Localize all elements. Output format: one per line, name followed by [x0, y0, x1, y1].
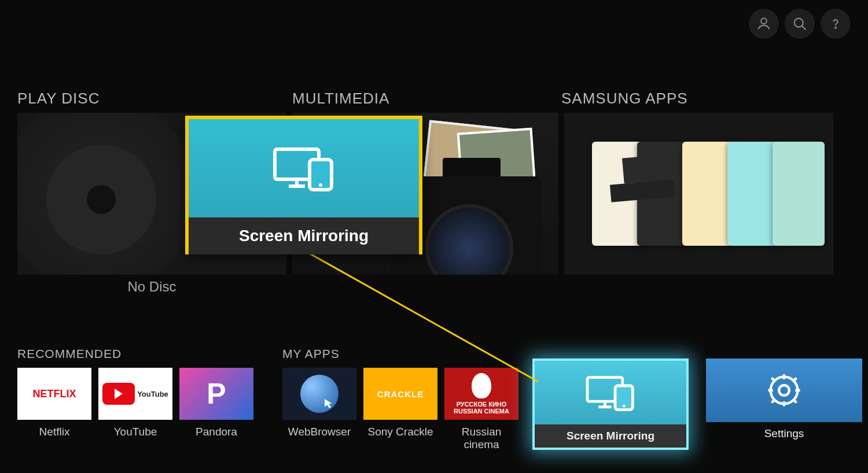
webbrowser-logo-icon [282, 368, 356, 420]
samsung-apps-header: SAMSUNG APPS [561, 90, 688, 108]
search-button[interactable] [785, 9, 815, 39]
svg-point-1 [795, 19, 803, 27]
youtube-logo-icon: YouTube [98, 368, 172, 420]
svg-point-15 [779, 385, 789, 396]
app-card-icon [682, 142, 734, 246]
svg-point-8 [319, 183, 322, 187]
gear-icon [765, 371, 803, 409]
app-tile-webbrowser[interactable]: WebBrowser [282, 368, 356, 451]
screen-mirroring-highlight[interactable]: Screen Mirroring [185, 116, 422, 254]
pandora-logo-icon: P [179, 368, 253, 420]
svg-line-2 [802, 26, 806, 29]
samsung-apps-tile[interactable] [564, 113, 833, 275]
app-label: Russian cinema [444, 426, 518, 451]
screen-mirroring-icon [269, 142, 339, 194]
app-tile-netflix[interactable]: NETFLIX Netflix [17, 368, 91, 438]
russian-cinema-logo-icon: РУССКОЕ КИНО RUSSIAN CINEMA [444, 368, 518, 420]
svg-point-16 [771, 377, 798, 404]
app-label: Sony Crackle [363, 426, 437, 438]
recommended-section: RECOMMENDED NETFLIX Netflix YouTube YouT… [17, 347, 253, 438]
app-card-icon [727, 142, 779, 246]
app-label: YouTube [98, 426, 172, 438]
svg-point-14 [623, 405, 626, 408]
screen-mirroring-icon [583, 372, 638, 413]
myapps-header: MY APPS [282, 347, 518, 361]
help-button[interactable] [821, 9, 851, 39]
screen-mirroring-tile-label: Screen Mirroring [535, 424, 686, 448]
app-label: Pandora [179, 426, 253, 438]
app-tile-pandora[interactable]: P Pandora [179, 368, 253, 438]
svg-point-0 [761, 18, 767, 24]
recommended-header: RECOMMENDED [17, 347, 253, 361]
multimedia-header: MULTIMEDIA [292, 90, 561, 108]
search-icon [792, 16, 808, 32]
app-label: WebBrowser [282, 426, 356, 438]
app-label: Netflix [17, 426, 91, 438]
myapps-section: MY APPS WebBrowser CRACKLE Sony Crackle … [282, 347, 518, 451]
crackle-logo-icon: CRACKLE [363, 368, 437, 420]
matryoshka-icon [472, 373, 491, 398]
app-tile-crackle[interactable]: CRACKLE Sony Crackle [363, 368, 437, 451]
app-tile-russian-cinema[interactable]: РУССКОЕ КИНО RUSSIAN CINEMA Russian cine… [444, 368, 518, 451]
help-icon [827, 16, 844, 32]
app-tile-youtube[interactable]: YouTube YouTube [98, 368, 172, 438]
settings-tile-label: Settings [706, 422, 862, 445]
screen-mirroring-highlight-label: Screen Mirroring [189, 217, 419, 254]
app-card-icon [773, 142, 825, 246]
account-icon [756, 16, 772, 32]
playdisc-header: PLAY DISC [17, 90, 292, 108]
netflix-logo-icon: NETFLIX [17, 368, 91, 420]
account-button[interactable] [749, 9, 779, 39]
screen-mirroring-tile[interactable]: Screen Mirroring [532, 359, 689, 450]
svg-point-3 [835, 27, 836, 28]
no-disc-label: No Disc [17, 279, 286, 295]
settings-tile[interactable]: Settings [706, 359, 862, 450]
